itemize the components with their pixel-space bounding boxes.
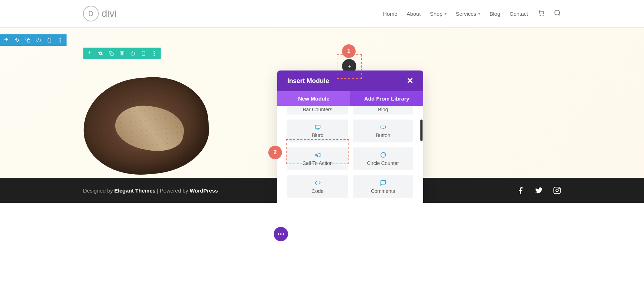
svg-point-11 — [153, 51, 155, 52]
modal-title: Insert Module — [287, 77, 329, 85]
main-nav: Home About Shop▾ Services▾ Blog Contact — [383, 9, 561, 18]
scrollbar-thumb[interactable] — [420, 120, 423, 141]
site-header: D divi Home About Shop▾ Services▾ Blog C… — [0, 0, 644, 28]
svg-rect-9 — [120, 52, 122, 55]
columns-icon[interactable] — [119, 50, 125, 56]
svg-point-1 — [543, 15, 543, 16]
nav-shop[interactable]: Shop▾ — [430, 11, 447, 17]
nav-about[interactable]: About — [406, 11, 420, 17]
social-links — [517, 186, 561, 194]
svg-rect-16 — [315, 125, 320, 128]
button-icon — [380, 124, 386, 130]
duplicate-icon[interactable] — [108, 50, 114, 56]
gear-icon[interactable] — [14, 37, 20, 43]
move-icon[interactable] — [4, 37, 9, 43]
instagram-icon[interactable] — [553, 186, 561, 194]
nav-contact[interactable]: Contact — [509, 11, 528, 17]
svg-point-7 — [59, 42, 61, 43]
nav-blog[interactable]: Blog — [489, 11, 500, 17]
trash-icon[interactable] — [47, 37, 52, 43]
logo-icon: D — [83, 6, 99, 21]
move-icon[interactable] — [87, 50, 93, 56]
builder-canvas: 1 2 Insert Module ✕ New Module Add From … — [0, 28, 644, 178]
svg-point-12 — [153, 53, 155, 54]
blurb-icon — [314, 124, 321, 130]
row-toolbar — [83, 48, 161, 59]
circle-counter-icon — [380, 152, 386, 158]
annotation-badge-1: 1 — [342, 44, 356, 58]
module-bar-counters[interactable]: Bar Counters — [287, 106, 348, 115]
logo-text: divi — [102, 8, 117, 19]
chevron-down-icon: ▾ — [478, 12, 480, 16]
section-toolbar — [0, 34, 67, 46]
svg-point-13 — [153, 55, 155, 56]
comments-icon — [380, 180, 386, 186]
module-blog[interactable]: Blog — [353, 106, 413, 115]
module-code[interactable]: Code — [287, 175, 348, 198]
image-module[interactable] — [83, 78, 209, 174]
nav-home[interactable]: Home — [383, 11, 397, 17]
gear-icon[interactable] — [98, 50, 103, 56]
code-icon — [314, 180, 321, 186]
svg-point-23 — [559, 188, 560, 189]
power-icon[interactable] — [130, 50, 136, 56]
facebook-icon[interactable] — [517, 186, 525, 194]
module-comments[interactable]: Comments — [353, 175, 413, 198]
modal-tabs: New Module Add From Library — [277, 91, 423, 106]
insert-module-modal: Insert Module ✕ New Module Add From Libr… — [277, 70, 423, 203]
close-icon[interactable]: ✕ — [407, 76, 413, 86]
more-icon[interactable] — [57, 37, 63, 43]
twitter-icon[interactable] — [535, 186, 543, 194]
svg-rect-17 — [381, 126, 386, 128]
logo[interactable]: D divi — [83, 6, 117, 21]
svg-point-0 — [540, 15, 541, 16]
svg-rect-8 — [111, 53, 113, 55]
annotation-badge-2: 2 — [268, 146, 282, 159]
power-icon[interactable] — [36, 37, 42, 43]
more-icon[interactable] — [151, 50, 157, 56]
svg-point-6 — [59, 39, 61, 41]
search-icon[interactable] — [554, 9, 561, 18]
svg-line-3 — [559, 14, 560, 16]
chevron-down-icon: ▾ — [445, 12, 447, 16]
nav-services[interactable]: Services▾ — [456, 11, 480, 17]
module-blurb[interactable]: Blurb — [287, 120, 348, 142]
tab-add-from-library[interactable]: Add From Library — [350, 91, 423, 106]
svg-point-5 — [59, 38, 61, 39]
trash-icon[interactable] — [141, 50, 146, 56]
module-circle-counter[interactable]: Circle Counter — [353, 147, 413, 170]
svg-rect-4 — [27, 39, 30, 42]
modal-header: Insert Module ✕ — [277, 70, 423, 91]
cart-icon[interactable] — [537, 10, 545, 18]
tab-new-module[interactable]: New Module — [277, 91, 350, 106]
svg-point-2 — [555, 10, 560, 15]
modal-body[interactable]: Bar Counters Blog Blurb Button Call To A… — [277, 106, 423, 203]
footer-credits: Designed by Elegant Themes | Powered by … — [83, 188, 218, 194]
megaphone-icon — [314, 152, 321, 158]
module-button[interactable]: Button — [353, 120, 413, 142]
module-call-to-action[interactable]: Call To Action — [287, 147, 348, 170]
svg-rect-10 — [122, 52, 124, 55]
duplicate-icon[interactable] — [25, 37, 31, 43]
svg-point-22 — [556, 189, 558, 191]
